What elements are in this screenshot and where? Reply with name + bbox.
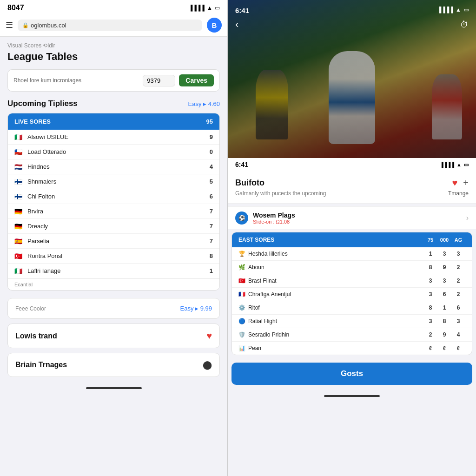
table-row[interactable]: 🇮🇹 Alsowi USILUE 9 <box>8 130 219 145</box>
east-col1-header: 75 <box>423 237 437 243</box>
table-row[interactable]: 🇫🇮 Chi Folton 6 <box>8 189 219 204</box>
east-flag: 🔵 <box>238 318 245 324</box>
wifi-r: ▲ <box>456 162 462 167</box>
east-row[interactable]: 🌿 Aboun 8 9 2 <box>232 261 472 274</box>
footer-label-1: Feee Coolor <box>15 305 46 312</box>
team-score: 5 <box>210 178 213 185</box>
match-emblem: ⚽ <box>238 215 245 221</box>
flag-icon: 🇳🇱 <box>14 164 24 170</box>
team-name: Brvira <box>27 208 210 215</box>
east-header: EAST SORES 75 000 AG <box>232 232 472 247</box>
east-score-3: 6 <box>451 304 465 311</box>
table-row[interactable]: 🇮🇹 Laflri Ianage 1 <box>8 264 219 278</box>
east-score-1: 8 <box>423 304 437 311</box>
right-status-icons: ▐▐▐▐ ▲ ▭ <box>437 7 469 14</box>
url-text: oglombus.col <box>31 22 66 29</box>
team-name: Load Otterado <box>27 148 210 155</box>
east-team-name: Heshda Iillerlies <box>248 251 423 257</box>
live-scores-count: 95 <box>206 118 213 125</box>
east-score-3: 3 <box>451 251 465 257</box>
card-info: Buifoto ♥ + Galmanly with pucects the up… <box>228 171 476 204</box>
east-score-1: 1 <box>423 251 437 257</box>
east-col3-header: AG <box>451 237 465 243</box>
match-name: Wosem Plags <box>253 212 462 219</box>
flag-icon: 🇹🇷 <box>14 253 24 259</box>
flag-icon: 🇨🇱 <box>14 149 24 155</box>
settings-button[interactable]: ⏱ <box>460 19 469 31</box>
team-name: Shnmalers <box>27 178 210 185</box>
table-row[interactable]: 🇩🇪 Brvira 7 <box>8 204 219 219</box>
favorite-heart-icon[interactable]: ♥ <box>452 178 457 188</box>
east-score-1: 3 <box>423 291 437 298</box>
east-row[interactable]: 🏆 Heshda Iillerlies 1 3 3 <box>232 247 472 261</box>
back-button[interactable]: ‹ <box>235 19 238 31</box>
east-row[interactable]: 🛡️ Sesradio Pridhin 2 9 4 <box>232 328 472 342</box>
add-icon[interactable]: + <box>463 178 469 188</box>
east-row[interactable]: 🇹🇷 Brast Flinat 3 3 2 <box>232 274 472 288</box>
flag-icon: 🇪🇸 <box>14 238 24 245</box>
table-row[interactable]: 🇳🇱 Hindnes 4 <box>8 159 219 174</box>
east-score-1: 8 <box>423 264 437 271</box>
east-score-3: ℓ <box>451 345 465 351</box>
flag-icon: 🇩🇪 <box>14 208 24 215</box>
card-header: Buifoto ♥ + <box>235 178 469 188</box>
east-flag: 🛡️ <box>238 331 245 338</box>
match-row[interactable]: ⚽ Wosem Plags Slide-on : Ω1.08 › <box>228 206 476 229</box>
gosts-button[interactable]: Gosts <box>231 363 472 385</box>
east-team-name: Chraftga Anentjul <box>248 291 423 298</box>
east-col2-header: 000 <box>437 237 451 243</box>
east-score-2: 3 <box>437 251 451 257</box>
east-row[interactable]: 🔵 Ratial Hight 3 8 3 <box>232 315 472 328</box>
east-score-2: 1 <box>437 304 451 311</box>
team-score: 0 <box>210 148 213 155</box>
east-label: EAST SORES <box>238 237 423 243</box>
east-score-3: 2 <box>451 278 465 284</box>
footer-row-2[interactable]: Lowis trand ♥ <box>7 324 220 348</box>
team-score: 7 <box>210 223 213 230</box>
team-score: 7 <box>210 238 213 245</box>
east-flag: 🇹🇷 <box>238 278 245 284</box>
signal-r: ▐▐▐▐ <box>440 162 454 167</box>
team-name: Chi Folton <box>27 193 210 200</box>
url-bar[interactable]: 🔒 oglombus.col <box>18 20 202 31</box>
team-score: 6 <box>210 193 213 200</box>
table-row[interactable]: 🇹🇷 Rontra Ponsl 8 <box>8 249 219 264</box>
flag-icon: 🇮🇹 <box>14 268 24 274</box>
footer-link-1[interactable]: Easy ▸ 9.99 <box>180 305 212 312</box>
hamburger-icon[interactable]: ☰ <box>6 20 13 30</box>
east-flag: 📊 <box>238 345 245 351</box>
east-team-name: Brast Flinat <box>248 278 423 284</box>
upcoming-link[interactable]: Easy ▸ 4.60 <box>188 100 220 107</box>
team-name: Parselia <box>27 238 210 245</box>
search-input[interactable] <box>143 75 175 86</box>
east-flag: 🌿 <box>238 264 245 271</box>
search-row: Rhoel fore kum incroniages Carves <box>7 69 220 92</box>
flag-icon: 🇩🇪 <box>14 223 24 230</box>
right-phone: 6:41 ▐▐▐▐ ▲ ▭ ‹ ⏱ 6:41 ▐▐▐▐ ▲ ▭ B <box>228 0 476 476</box>
match-icon: ⚽ <box>235 212 248 225</box>
table-row[interactable]: 🇨🇱 Load Otterado 0 <box>8 145 219 159</box>
footer-row-3[interactable]: Briain Trnages ⬤ <box>7 353 220 377</box>
breadcrumb: Visual Scores ⟲idlr <box>7 42 220 49</box>
wifi-icon: ▲ <box>207 5 212 11</box>
table-row[interactable]: 🇪🇸 Parselia 7 <box>8 234 219 249</box>
wifi-icon-right: ▲ <box>456 7 461 14</box>
east-row[interactable]: 📊 Pean ℓ ℓ ℓ <box>232 342 472 355</box>
heart-icon: ♥ <box>206 331 212 341</box>
signal-icon: ▐▐▐▐ <box>189 5 205 11</box>
left-home-indicator <box>7 382 220 391</box>
right-home-indicator <box>228 390 476 399</box>
avatar-letter: B <box>212 21 217 29</box>
table-header: LIVE SORES 95 <box>8 113 219 130</box>
table-row[interactable]: 🇩🇪 Dreacly 7 <box>8 219 219 234</box>
left-status-bar: 8047 ▐▐▐▐ ▲ ▭ <box>0 0 227 14</box>
carves-button[interactable]: Carves <box>179 74 214 86</box>
east-row[interactable]: 🇫🇷 Chraftga Anentjul 3 6 2 <box>232 288 472 301</box>
table-row[interactable]: 🇫🇮 Shnmalers 5 <box>8 174 219 189</box>
avatar-button[interactable]: B <box>207 18 222 33</box>
east-row[interactable]: ⚙️ Ritof 8 1 6 <box>232 301 472 315</box>
team-score: 1 <box>210 267 213 274</box>
east-team-name: Ritof <box>248 304 423 311</box>
home-bar <box>86 387 142 389</box>
east-score-2: 8 <box>437 318 451 324</box>
